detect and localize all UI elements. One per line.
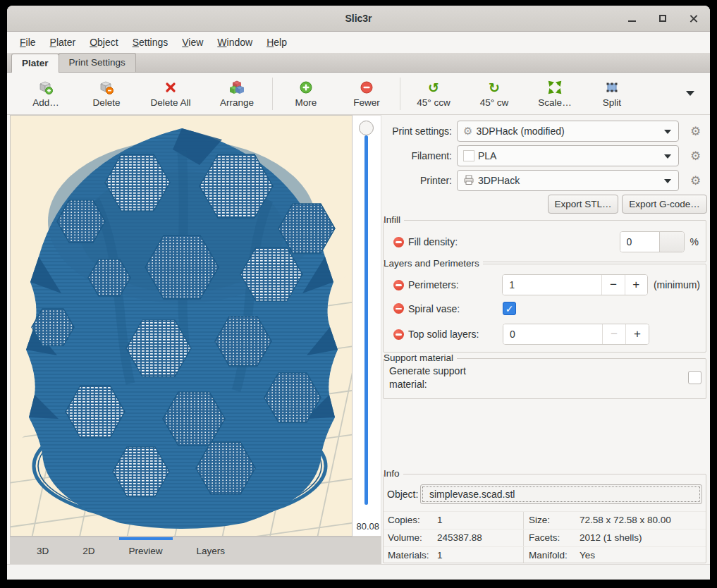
- top-solid-decrease-button: −: [602, 324, 625, 344]
- support-frame: Support material Generate support materi…: [383, 358, 706, 399]
- fill-density-dropdown[interactable]: [659, 232, 684, 252]
- remove-override-icon[interactable]: [393, 329, 404, 340]
- layer-slider-handle[interactable]: [359, 121, 374, 135]
- fewer-button-label: Fewer: [353, 97, 380, 108]
- perimeters-input[interactable]: [503, 275, 601, 295]
- size-value: 72.58 x 72.58 x 80.00: [580, 515, 671, 525]
- fill-density-input[interactable]: [620, 232, 659, 252]
- view-tab-preview[interactable]: Preview: [112, 537, 180, 564]
- window-controls: [625, 6, 700, 31]
- window-title: Slic3r: [345, 13, 372, 24]
- layer-height-value: 80.08: [356, 521, 379, 532]
- arrange-button[interactable]: Arrange: [204, 80, 269, 108]
- tab-print-settings[interactable]: Print Settings: [59, 53, 136, 72]
- export-gcode-button[interactable]: Export G-code…: [622, 195, 707, 214]
- print-settings-gear-button[interactable]: ⚙: [690, 124, 701, 138]
- minimize-button[interactable]: [625, 12, 638, 25]
- toolbar-overflow-button[interactable]: [676, 91, 704, 96]
- view-tabs: 3D 2D Preview Layers: [10, 537, 381, 564]
- menu-window[interactable]: Window: [210, 34, 259, 51]
- remove-override-icon[interactable]: [393, 237, 404, 247]
- copies-label: Copies:: [388, 515, 420, 525]
- split-button[interactable]: Split: [585, 80, 639, 108]
- more-button[interactable]: More: [276, 80, 336, 108]
- close-icon: [690, 14, 698, 23]
- print-settings-combo[interactable]: ⚙ 3DPHack (modified): [457, 121, 679, 142]
- scale-button[interactable]: Scale…: [525, 80, 585, 108]
- size-label: Size:: [529, 515, 550, 525]
- menu-bar: File Plater Object Settings View Window …: [7, 32, 710, 53]
- export-stl-button[interactable]: Export STL…: [548, 195, 618, 214]
- object-value: simplevase.scad.stl: [429, 489, 515, 500]
- view-tab-layers[interactable]: Layers: [180, 537, 243, 564]
- printer-row: Printer: 3DPHack ⚙: [381, 170, 710, 191]
- object-combo[interactable]: simplevase.scad.stl: [420, 484, 702, 504]
- menu-view[interactable]: View: [175, 34, 210, 51]
- top-solid-layers-row: Top solid layers: − +: [393, 324, 700, 345]
- perimeters-decrease-button[interactable]: −: [601, 275, 624, 295]
- menu-file[interactable]: File: [13, 34, 43, 51]
- perimeters-label: Perimeters:: [408, 279, 486, 290]
- preview-3d-canvas[interactable]: [10, 115, 353, 537]
- filament-combo[interactable]: PLA: [457, 145, 679, 166]
- menu-settings[interactable]: Settings: [125, 34, 176, 51]
- add-button-label: Add…: [32, 97, 59, 108]
- layers-frame: Layers and Perimeters Perimeters: − + (m…: [383, 264, 706, 353]
- minimize-icon: [628, 20, 636, 22]
- infill-frame: Infill Fill density: %: [383, 220, 706, 262]
- delete-button-label: Delete: [92, 97, 120, 108]
- printer-combo[interactable]: 3DPHack: [457, 170, 679, 191]
- materials-label: Materials:: [388, 550, 429, 561]
- menu-object[interactable]: Object: [82, 34, 125, 51]
- fewer-button[interactable]: Fewer: [336, 80, 397, 108]
- info-row: Volume: 245387.88 Facets: 2012 (1 shells…: [384, 529, 706, 546]
- facets-value: 2012 (1 shells): [580, 532, 642, 543]
- menu-help[interactable]: Help: [259, 34, 294, 51]
- layer-slider-track: [364, 135, 368, 505]
- info-row: Materials: 1 Manifold: Yes: [384, 546, 706, 564]
- top-solid-layers-input[interactable]: [503, 324, 602, 344]
- view-tab-2d[interactable]: 2D: [66, 537, 111, 564]
- printer-gear-button[interactable]: ⚙: [690, 173, 701, 188]
- rotate-cw-button[interactable]: ↻ 45° cw: [464, 80, 525, 108]
- menu-plater[interactable]: Plater: [43, 34, 83, 51]
- manifold-value: Yes: [580, 550, 595, 561]
- add-object-icon: [38, 80, 54, 95]
- maximize-button[interactable]: [656, 12, 669, 25]
- chevron-down-icon: [664, 154, 671, 159]
- close-button[interactable]: [687, 12, 700, 25]
- object-label: Object:: [387, 489, 418, 500]
- fill-density-label: Fill density:: [408, 236, 458, 247]
- chevron-down-icon: [686, 91, 694, 96]
- info-row: Copies: 1 Size: 72.58 x 72.58 x 80.00: [384, 511, 706, 529]
- split-button-label: Split: [603, 97, 621, 108]
- printer-icon: [463, 175, 474, 187]
- main-area: 80.08 3D 2D Preview Layers Print setting…: [7, 115, 710, 564]
- generate-support-checkbox[interactable]: [688, 371, 701, 384]
- rotate-ccw-button[interactable]: ↺ 45° ccw: [403, 80, 464, 108]
- remove-override-icon[interactable]: [393, 280, 404, 290]
- add-button[interactable]: Add…: [16, 80, 76, 108]
- layers-frame-title: Layers and Perimeters: [384, 258, 483, 269]
- top-solid-layers-label: Top solid layers:: [408, 329, 487, 340]
- top-solid-increase-button[interactable]: +: [625, 324, 649, 344]
- notebook-tabs: Plater Print Settings: [7, 53, 710, 73]
- chevron-down-icon: [664, 130, 671, 134]
- delete-button[interactable]: Delete: [76, 80, 137, 108]
- scale-button-label: Scale…: [538, 97, 571, 108]
- materials-value: 1: [437, 550, 443, 561]
- filament-row: Filament: PLA ⚙: [381, 145, 710, 166]
- filament-gear-button[interactable]: ⚙: [690, 149, 701, 163]
- settings-panel: Print settings: ⚙ 3DPHack (modified) ⚙ F…: [381, 115, 710, 564]
- delete-all-button[interactable]: Delete All: [137, 80, 204, 108]
- filament-value: PLA: [478, 150, 496, 161]
- perimeters-spinner: − +: [502, 274, 648, 295]
- split-icon: [605, 80, 619, 95]
- tab-plater[interactable]: Plater: [11, 54, 59, 73]
- layer-slider[interactable]: 80.08: [353, 115, 381, 537]
- manifold-label: Manifold:: [529, 550, 568, 561]
- view-tab-3d[interactable]: 3D: [20, 537, 66, 564]
- remove-override-icon[interactable]: [393, 303, 404, 314]
- perimeters-increase-button[interactable]: +: [625, 275, 647, 295]
- spiral-vase-checkbox[interactable]: ✓: [503, 302, 516, 315]
